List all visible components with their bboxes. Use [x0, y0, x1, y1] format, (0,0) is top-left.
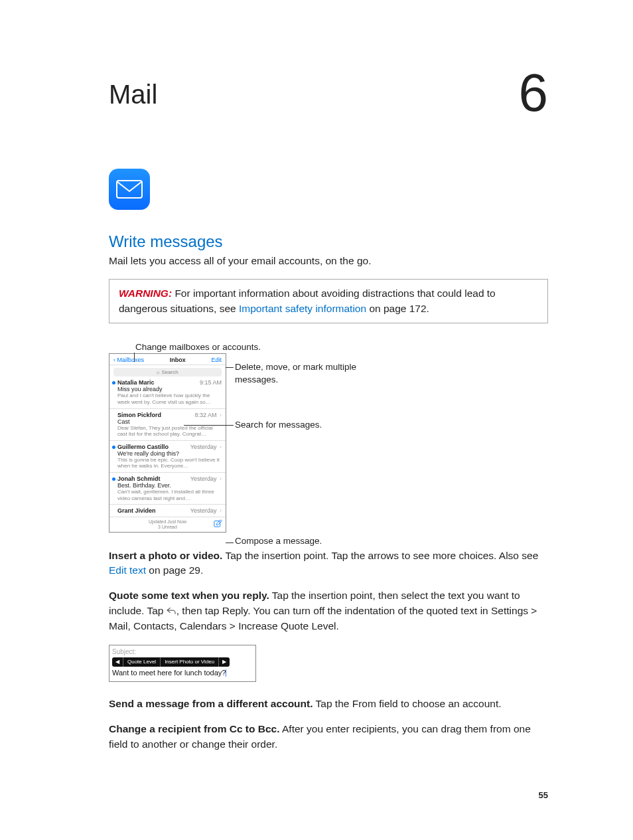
- phone-frame: ‹ Mailboxes Inbox Edit ⌕ Search Natalia …: [109, 353, 226, 532]
- inbox-figure: Change mailboxes or accounts. ‹ Mailboxe…: [109, 342, 361, 532]
- callout-compose: Compose a message.: [235, 535, 322, 547]
- menu-quote-level[interactable]: Quote Level: [123, 657, 161, 667]
- message-row[interactable]: Jonah SchmidtYesterday ›Best. Birthday. …: [109, 472, 226, 504]
- menu-left-arrow[interactable]: ◀: [112, 657, 123, 667]
- inbox-title: Inbox: [170, 357, 186, 363]
- chevron-right-icon: ›: [220, 412, 222, 418]
- search-placeholder: Search: [161, 369, 178, 375]
- message-preview: This is gonna be epic. Coop won't believ…: [117, 457, 222, 469]
- message-time: 8:32 AM ›: [194, 412, 222, 418]
- message-time: Yesterday ›: [190, 475, 222, 482]
- popover-menu: ◀ Quote Level Insert Photo or Video ▶: [112, 657, 230, 667]
- menu-insert-photo-video[interactable]: Insert Photo or Video: [161, 657, 219, 667]
- chevron-right-icon: ›: [220, 507, 222, 514]
- footer-updated: Updated Just Now: [149, 519, 186, 525]
- context-menu-figure: Subject: ◀ Quote Level Insert Photo or V…: [109, 645, 256, 682]
- reply-icon: [167, 604, 176, 619]
- intro-text: Mail lets you access all of your email a…: [109, 254, 548, 268]
- warning-box: WARNING: For important information about…: [109, 279, 548, 323]
- compose-body-text: Want to meet here for lunch today?: [112, 668, 253, 677]
- chapter-number: 6: [519, 66, 549, 120]
- svg-rect-0: [117, 181, 142, 198]
- tip-different-account: Send a message from a different account.…: [109, 697, 548, 711]
- search-field[interactable]: ⌕ Search: [113, 368, 222, 377]
- message-preview: Paul and I can't believe how quickly the…: [117, 392, 222, 405]
- chapter-title: Mail: [109, 80, 548, 109]
- message-preview: Can't wait, gentlemen. I installed all t…: [117, 489, 222, 501]
- message-time: Yesterday ›: [190, 444, 222, 450]
- tip-cc-bcc: Change a recipient from Cc to Bcc. After…: [109, 722, 548, 752]
- compose-button[interactable]: [214, 519, 223, 528]
- sender: Jonah Schmidt: [117, 475, 161, 482]
- tip-insert: Insert a photo or video. Tap the inserti…: [109, 548, 548, 578]
- chevron-right-icon: ›: [220, 475, 222, 482]
- page-number: 55: [539, 790, 548, 800]
- compose-icon: [214, 519, 223, 528]
- unread-dot: [112, 477, 115, 481]
- section-heading: Write messages: [109, 232, 548, 251]
- message-row[interactable]: Guillermo CastilloYesterday ›We're reall…: [109, 440, 226, 472]
- callout-change-mailboxes: Change mailboxes or accounts.: [135, 342, 361, 352]
- sender: Simon Pickford: [117, 412, 161, 418]
- callout-edit: Delete, move, or mark multiple messages.: [235, 361, 361, 385]
- sender: Natalia Maric: [117, 379, 155, 386]
- back-button[interactable]: ‹ Mailboxes: [113, 357, 144, 363]
- unread-dot: [112, 446, 115, 449]
- inbox-header: ‹ Mailboxes Inbox Edit: [109, 354, 226, 365]
- footer-unread: 3 Unread: [149, 525, 186, 530]
- chevron-right-icon: ›: [220, 444, 222, 450]
- message-subject: Best. Birthday. Ever.: [117, 482, 222, 489]
- message-subject: We're really doing this?: [117, 450, 222, 457]
- edit-button[interactable]: Edit: [211, 357, 222, 363]
- message-preview: Dear Stefan, They just posted the offici…: [117, 425, 222, 438]
- subject-label: Subject:: [112, 647, 253, 656]
- warning-link[interactable]: Important safety information: [239, 303, 366, 314]
- warning-label: WARNING:: [119, 288, 172, 299]
- tip-quote: Quote some text when you reply. Tap the …: [109, 588, 548, 633]
- edit-text-link[interactable]: Edit text: [109, 564, 146, 576]
- inbox-footer: Updated Just Now 3 Unread: [109, 517, 226, 531]
- sender: Guillermo Castillo: [117, 444, 169, 450]
- warning-text-after: on page 172.: [366, 303, 429, 314]
- text-cursor: [226, 669, 226, 677]
- unread-dot: [112, 381, 115, 384]
- message-row[interactable]: Simon Pickford8:32 AM ›CastDear Stefan, …: [109, 408, 226, 440]
- callout-search: Search for messages.: [235, 419, 322, 431]
- message-row[interactable]: Natalia Maric9:15 AMMiss you alreadyPaul…: [109, 377, 226, 408]
- message-subject: Miss you already: [117, 386, 222, 392]
- mail-app-icon: [109, 169, 150, 210]
- message-row[interactable]: Grant JividenYesterday ›: [109, 504, 226, 517]
- message-subject: Cast: [117, 418, 222, 425]
- message-list: Natalia Maric9:15 AMMiss you alreadyPaul…: [109, 377, 226, 517]
- message-time: Yesterday ›: [190, 507, 222, 514]
- message-time: 9:15 AM: [200, 379, 222, 386]
- sender: Grant Jividen: [117, 507, 156, 514]
- menu-right-arrow[interactable]: ▶: [219, 657, 230, 667]
